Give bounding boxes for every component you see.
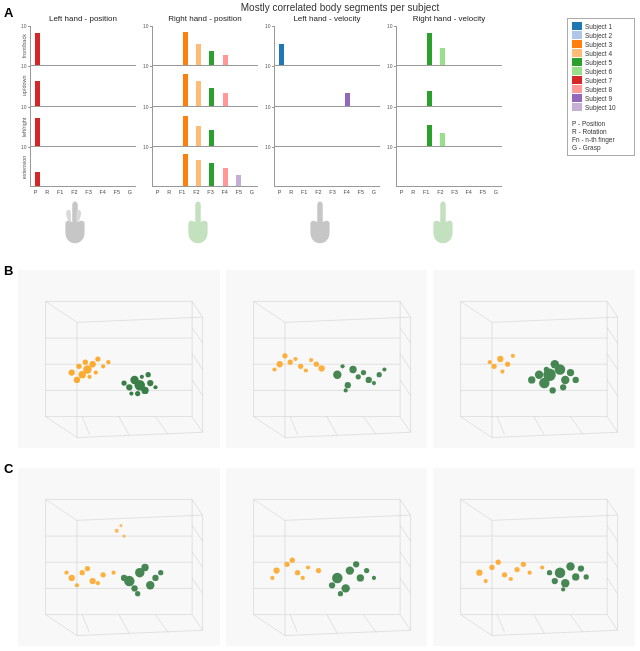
- svg-point-68: [309, 358, 313, 362]
- svg-point-227: [490, 565, 495, 570]
- svg-line-128: [77, 630, 203, 635]
- legend-abbr-item: G - Grasp: [572, 144, 630, 151]
- bar-element: [209, 51, 214, 65]
- svg-point-123: [501, 369, 505, 373]
- chart-area-0-1: 10: [30, 66, 136, 106]
- svg-point-166: [123, 534, 126, 537]
- svg-point-39: [146, 372, 151, 377]
- chart-title-col-3: Right hand - velocity: [396, 14, 502, 23]
- legend-item: Subject 8: [572, 85, 630, 93]
- svg-point-157: [146, 581, 154, 589]
- svg-point-226: [477, 570, 483, 576]
- x-label-3-6: F5: [480, 189, 486, 195]
- figure-container: A Mostly correlated body segments per su…: [0, 0, 640, 651]
- chart-panel-col-2: Left hand - velocity10101010PRF1F2F3F4F5…: [262, 14, 380, 195]
- svg-line-217: [498, 615, 505, 633]
- svg-point-35: [141, 387, 148, 394]
- section-b: B: [0, 258, 640, 453]
- section-c: C: [0, 456, 640, 651]
- svg-point-191: [306, 565, 310, 569]
- bar-element: [35, 81, 40, 106]
- svg-point-161: [121, 575, 127, 581]
- svg-point-204: [372, 576, 376, 580]
- x-label-1-6: F5: [236, 189, 242, 195]
- svg-point-32: [106, 360, 110, 364]
- svg-point-239: [572, 573, 579, 580]
- sub-row-1-0: 10: [140, 26, 258, 66]
- svg-point-67: [298, 364, 303, 369]
- x-label-2-3: F2: [315, 189, 321, 195]
- x-label-2-4: F3: [329, 189, 335, 195]
- chart-area-2-3: 10: [274, 147, 380, 187]
- svg-point-200: [353, 561, 359, 567]
- sub-row-0-1: up/down10: [18, 66, 136, 106]
- svg-point-72: [303, 368, 307, 372]
- svg-point-114: [550, 387, 556, 393]
- bar-element: [183, 74, 188, 106]
- legend-color-box: [572, 103, 582, 111]
- chart-area-2-0: 10: [274, 26, 380, 66]
- svg-line-215: [607, 499, 617, 515]
- svg-point-28: [87, 375, 91, 379]
- sub-row-0-0: front/back10: [18, 26, 136, 66]
- hand-icon-right-pos: [174, 198, 222, 246]
- svg-point-149: [101, 572, 106, 577]
- svg-line-58: [363, 417, 376, 435]
- svg-line-55: [285, 317, 411, 322]
- svg-point-146: [69, 575, 75, 581]
- svg-point-75: [333, 371, 341, 379]
- svg-point-121: [492, 364, 497, 369]
- svg-point-233: [496, 560, 501, 565]
- svg-point-194: [289, 558, 294, 563]
- svg-point-40: [121, 380, 126, 385]
- svg-point-188: [273, 567, 279, 573]
- chart-title-col-2: Left hand - velocity: [274, 14, 380, 23]
- legend-subject-label: Subject 10: [585, 104, 616, 111]
- svg-point-79: [361, 370, 366, 375]
- bar-element: [209, 163, 214, 186]
- svg-line-214: [461, 499, 492, 520]
- legend-color-box: [572, 49, 582, 57]
- x-label-3-3: F2: [437, 189, 443, 195]
- svg-point-234: [509, 577, 513, 581]
- svg-line-206: [461, 615, 492, 636]
- svg-line-100: [571, 417, 584, 435]
- x-label-1-0: P: [156, 189, 160, 195]
- chart-panel-col-3: Right hand - velocity10101010PRF1F2F3F4F…: [384, 14, 502, 195]
- section-b-label: B: [4, 263, 13, 278]
- x-label-3-0: P: [400, 189, 404, 195]
- sub-row-2-0: 10: [262, 26, 380, 66]
- x-label-3-2: F1: [423, 189, 429, 195]
- svg-point-66: [287, 360, 292, 365]
- sub-row-0-2: left/right10: [18, 107, 136, 147]
- svg-line-14: [155, 417, 168, 435]
- bar-element: [35, 33, 40, 65]
- legend-abbr-item: Fn - n-th finger: [572, 136, 630, 143]
- bar-element: [345, 93, 350, 105]
- svg-point-152: [85, 566, 90, 571]
- legend-subject-label: Subject 3: [585, 41, 612, 48]
- bar-element: [209, 88, 214, 106]
- svg-point-242: [547, 570, 552, 575]
- bar-element: [427, 33, 432, 65]
- x-label-2-0: P: [278, 189, 282, 195]
- legend-color-box: [572, 85, 582, 93]
- chart-area-2-1: 10: [274, 66, 380, 106]
- y-label-2: left/right: [18, 107, 30, 147]
- chart-area-3-3: 10: [396, 147, 502, 187]
- svg-point-73: [293, 357, 297, 361]
- svg-point-196: [332, 573, 342, 583]
- bar-element: [183, 32, 188, 66]
- svg-line-143: [192, 526, 202, 542]
- svg-point-165: [119, 524, 122, 527]
- svg-line-10: [192, 301, 202, 317]
- svg-point-70: [272, 367, 276, 371]
- svg-point-192: [316, 568, 321, 573]
- x-label-1-5: F4: [221, 189, 227, 195]
- svg-line-178: [285, 515, 411, 520]
- y-label-3: extension: [18, 147, 30, 187]
- svg-point-164: [115, 529, 119, 533]
- bar-element: [183, 154, 188, 186]
- bar-element: [427, 91, 432, 105]
- chart-area-1-1: 10: [152, 66, 258, 106]
